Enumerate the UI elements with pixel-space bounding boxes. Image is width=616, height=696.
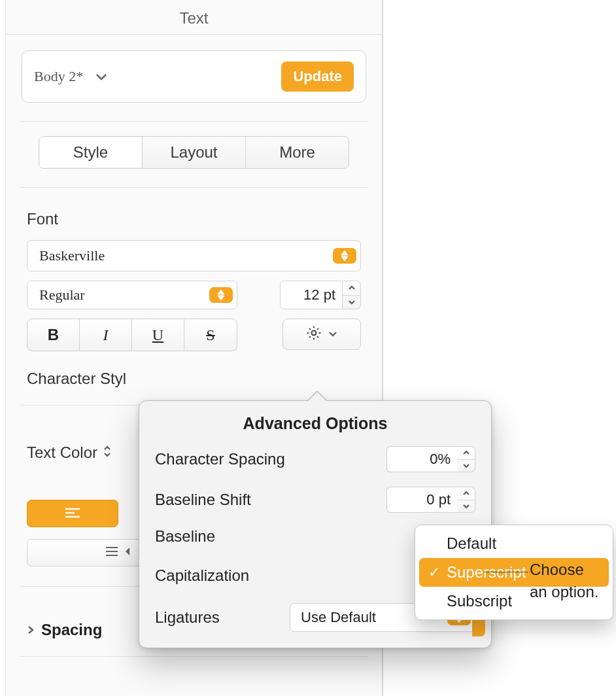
font-size-value: 12 pt [303,287,335,304]
tab-more[interactable]: More [246,137,349,168]
stepper-down-icon[interactable] [457,500,475,513]
baseline-label: Baseline [155,527,215,546]
font-weight-dropdown[interactable]: Regular [27,281,237,309]
character-spacing-row: Character Spacing 0% [155,446,475,472]
ligatures-value: Use Default [301,609,376,626]
spacing-label: Spacing [41,621,102,639]
baseline-shift-stepper[interactable] [457,487,475,513]
stepper-down-icon[interactable] [343,296,360,309]
font-size-field[interactable]: 12 pt [280,281,343,309]
character-spacing-field[interactable]: 0% [386,446,457,472]
menu-item-default[interactable]: Default [419,529,609,558]
popover-title: Advanced Options [155,414,475,433]
indent-icon [105,546,119,560]
svg-marker-2 [218,290,224,294]
divider [20,121,368,122]
strikethrough-button[interactable]: S [184,319,237,351]
italic-button[interactable]: I [80,319,132,351]
stepper-up-icon[interactable] [457,447,475,460]
ligatures-label: Ligatures [155,608,220,627]
character-spacing-label: Character Spacing [155,450,285,468]
up-down-icon [103,444,112,462]
callout-line2: an option. [530,581,598,603]
stepper-down-icon[interactable] [457,460,475,472]
underline-button[interactable]: U [132,319,184,351]
baseline-shift-field[interactable]: 0 pt [386,487,457,513]
caret-left-icon [124,547,131,559]
svg-marker-1 [341,256,348,261]
gear-icon [305,324,322,344]
font-family-dropdown[interactable]: Baskerville [27,240,361,271]
paragraph-style-dropdown[interactable]: Body 2* [34,68,108,85]
character-style-label: Character Styl [27,370,361,388]
baseline-shift-row: Baseline Shift 0 pt [155,487,475,513]
update-button[interactable]: Update [281,61,354,92]
svg-marker-11 [126,548,129,555]
callout-leader-line [484,572,528,572]
bold-button[interactable]: B [27,319,80,351]
advanced-options-button[interactable] [282,319,361,350]
font-weight-value: Regular [39,287,85,304]
svg-marker-0 [341,251,348,255]
tab-layout[interactable]: Layout [143,137,246,168]
font-family-value: Baskerville [39,247,105,264]
indent-button[interactable] [27,539,142,566]
dropdown-stepper-icon [209,287,233,303]
stepper-up-icon[interactable] [343,281,360,296]
panel-title: Text [6,0,382,35]
font-size-stepper[interactable] [343,281,361,309]
chevron-down-icon [95,72,108,81]
paragraph-style-block: Body 2* Update [22,50,366,103]
disclosure-right-icon [27,621,35,639]
format-tabs: Style Layout More [39,136,349,169]
divider [20,656,368,657]
align-left-button[interactable] [27,500,118,527]
divider [20,187,368,188]
svg-marker-3 [218,296,224,300]
character-spacing-stepper[interactable] [457,446,475,472]
tab-style[interactable]: Style [39,137,143,168]
callout-text: Choose an option. [530,559,598,602]
stepper-up-icon[interactable] [457,487,475,500]
baseline-shift-label: Baseline Shift [155,491,251,509]
svg-point-4 [312,331,317,336]
text-style-group: B I U S [27,319,237,351]
dropdown-stepper-icon [333,248,356,264]
chevron-down-icon [328,328,338,340]
font-section-label: Font [27,210,361,228]
font-weight-size-row: Regular 12 pt [27,281,361,309]
paragraph-style-name: Body 2* [34,68,83,85]
callout-line1: Choose [530,559,598,581]
text-format-row: B I U S [27,319,361,351]
text-color-label: Text Color [27,444,97,462]
capitalization-label: Capitalization [155,566,249,585]
